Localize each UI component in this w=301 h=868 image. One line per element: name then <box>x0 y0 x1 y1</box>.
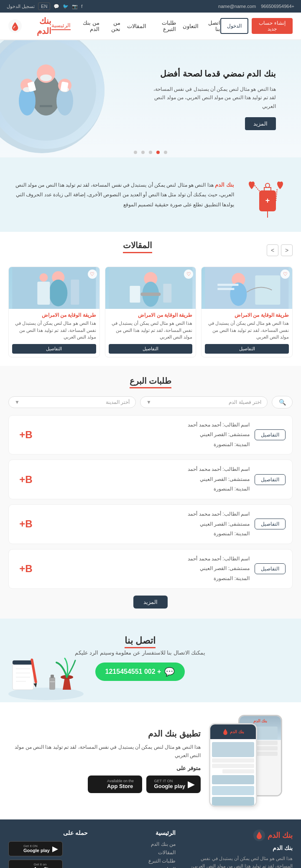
lang-switcher[interactable]: EN <box>38 3 50 10</box>
register-button[interactable]: إنشاء حساب جديد <box>252 18 293 34</box>
header: إنشاء حساب جديد الدخول اتصل بنا التعاون … <box>0 13 301 40</box>
googleplay-button[interactable]: ▶ GET IT ON Google play <box>146 776 201 793</box>
city-placeholder: أختر المدينة <box>106 399 130 405</box>
footer-googleplay-button[interactable]: ▶ Get It ON Google play <box>8 841 63 856</box>
article-details-button-3[interactable]: التفاصيل <box>12 344 96 354</box>
footer-appstore-button[interactable]: Get It on App Store <box>8 860 63 868</box>
donation-details-button-1[interactable]: التفاصيل <box>255 429 286 440</box>
svg-point-22 <box>230 282 247 306</box>
blood-diagram: + <box>242 167 288 222</box>
social-icons: f 📷 🐦 💬 <box>54 4 82 9</box>
footer-googleplay-text: Get It ON Google play <box>23 844 50 853</box>
login-link[interactable]: تسجيل الدخول <box>7 4 35 9</box>
footer-link-2[interactable]: المقالات <box>96 850 176 855</box>
svg-point-9 <box>40 74 52 81</box>
donations-section: طلبات البرع 🔍 اختر فصيلة الدم ▼ أختر الم… <box>0 366 301 619</box>
dot-5[interactable] <box>134 151 137 154</box>
nav-cooperation[interactable]: التعاون <box>183 23 199 29</box>
appstore-button[interactable]: Available on the App Store <box>88 776 142 793</box>
donation-info-2: اسم الطالب: أحمد محمد أحمد مستشفى: القصر… <box>41 465 250 494</box>
article-person-svg-1 <box>202 267 292 309</box>
dot-4[interactable] <box>141 151 145 154</box>
login-button[interactable]: الدخول <box>220 18 248 34</box>
footer-logo: بنك الدم <box>184 829 293 841</box>
contact-section: اتصل بنا يمكنك الاتصال بنا للاستفسار عن … <box>0 619 301 702</box>
svg-rect-25 <box>255 275 281 305</box>
blood-type-chevron-icon: ▼ <box>146 399 151 405</box>
article-image-2: ♡ <box>105 267 196 309</box>
logo-blood-drop-icon <box>8 18 22 33</box>
instagram-icon[interactable]: 📷 <box>72 4 78 9</box>
footer-googleplay-icon: ▶ <box>52 844 58 853</box>
whatsapp-icon[interactable]: 💬 <box>54 4 59 9</box>
nav-about[interactable]: من نحن <box>106 20 120 32</box>
phone-mockup-front: بنك الدم <box>209 723 257 807</box>
logo: بنك الدم <box>8 16 51 36</box>
city-select[interactable]: أختر المدينة ▼ <box>8 396 136 408</box>
svg-rect-24 <box>218 288 235 290</box>
footer-appstore-big: App Store <box>33 866 56 868</box>
svg-marker-46 <box>33 683 38 688</box>
twitter-icon[interactable]: 🐦 <box>63 4 69 9</box>
article-card-2: ♡ طريقة الوقاية من الامراض هذا النص هو م… <box>105 267 196 357</box>
svg-rect-51 <box>50 681 55 682</box>
donation-name-4: اسم الطالب: أحمد محمد أحمد <box>41 555 250 564</box>
footer-googleplay-small: Get It ON <box>23 844 50 848</box>
dot-3[interactable] <box>149 151 152 154</box>
blood-type-select[interactable]: اختر فصيلة الدم ▼ <box>140 396 268 408</box>
article-details-button-1[interactable]: التفاصيل <box>205 344 289 354</box>
donation-details-button-4[interactable]: التفاصيل <box>255 563 286 574</box>
nav-bloodbank[interactable]: من بنك الدم <box>77 20 99 32</box>
dot-1[interactable] <box>164 151 167 154</box>
nav-contact[interactable]: اتصل بنا <box>205 20 220 32</box>
articles-section: < > المقالات ♡ طريقة ا <box>0 232 301 366</box>
contact-text: يمكنك الاتصال بنا للاستفسار عن معلومة وس… <box>8 650 272 656</box>
articles-next-button[interactable]: > <box>267 244 278 256</box>
blood-info-paragraph: بنك الدم هذا النص هو مثال لنص يمكن أن يس… <box>13 180 234 210</box>
article-text-3: هذا النص هو مثال لنص يمكن أن يستبدل في ن… <box>12 320 96 341</box>
appstore-small-text: Available on the <box>107 779 134 783</box>
footer-link-4[interactable]: التعاون <box>96 866 176 868</box>
articles-grid: ♡ طريقة الوقاية من الامراض هذا النص هو م… <box>8 267 293 357</box>
dot-2[interactable] <box>156 151 160 154</box>
article-favorite-icon-1[interactable]: ♡ <box>281 270 290 279</box>
facebook-icon[interactable]: f <box>81 4 82 9</box>
search-icon[interactable]: 🔍 <box>279 399 286 406</box>
top-bar-left: +966506954964 name@name.com <box>218 4 294 9</box>
article-favorite-icon-3[interactable]: ♡ <box>88 270 97 279</box>
blood-type-badge-3: B+ <box>15 518 36 530</box>
articles-nav-arrows: < > <box>267 244 293 256</box>
article-person-svg-2 <box>105 267 196 309</box>
donation-card-2: التفاصيل اسم الطالب: أحمد محمد أحمد مستش… <box>8 460 293 499</box>
nav-articles[interactable]: المقالات <box>127 23 146 29</box>
googleplay-small-text: GET IT ON <box>154 779 185 783</box>
main-nav: اتصل بنا التعاون طلبات التبرع المقالات م… <box>51 20 220 32</box>
footer-link-1[interactable]: من بنك الدم <box>96 841 176 847</box>
donation-info-1: اسم الطالب: أحمد محمد أحمد مستشفى: القصر… <box>41 421 250 449</box>
donations-search-bar: 🔍 اختر فصيلة الدم ▼ أختر المدينة ▼ <box>8 396 293 408</box>
donation-details-button-2[interactable]: التفاصيل <box>255 474 286 485</box>
footer-link-3[interactable]: طلبات التبرع <box>96 858 176 864</box>
nav-donations[interactable]: طلبات التبرع <box>153 20 176 32</box>
donation-card-4: التفاصيل اسم الطالب: أحمد محمد أحمد مستش… <box>8 549 293 589</box>
footer-blood-drop-icon <box>253 829 265 841</box>
article-details-button-2[interactable]: التفاصيل <box>109 344 193 354</box>
family-illustration <box>0 40 96 141</box>
footer-appstore-text: Get It on App Store <box>33 863 56 868</box>
svg-rect-23 <box>218 284 239 286</box>
donation-details-button-3[interactable]: التفاصيل <box>255 519 286 529</box>
hero-more-button[interactable]: المزيد <box>245 117 276 130</box>
donations-title: طلبات البرع <box>8 376 293 388</box>
donations-more-button[interactable]: المزيد <box>133 596 168 609</box>
articles-prev-button[interactable]: < <box>281 244 293 256</box>
donation-city-3: المدينة: المنصورة <box>41 529 250 539</box>
svg-rect-36 <box>71 280 79 305</box>
hero-dots <box>133 151 168 154</box>
donation-city-4: المدينة: المنصورة <box>41 574 250 583</box>
article-body-1: طريقة الوقاية من الامراض هذا النص هو مثا… <box>202 309 292 357</box>
nav-home[interactable]: الرئيسية <box>51 22 71 30</box>
article-title-2: طريقة الوقاية من الامراض <box>109 312 193 318</box>
whatsapp-button[interactable]: 💬 + 002 1215454551 <box>95 663 185 681</box>
blood-type-badge-1: B+ <box>15 429 36 441</box>
logo-text: بنك الدم <box>25 16 51 36</box>
